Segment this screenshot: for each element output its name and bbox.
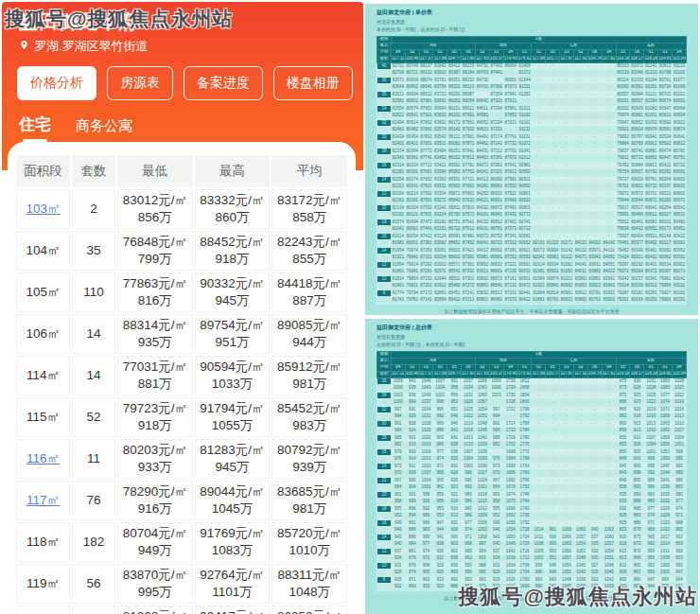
grid-data-row: 7922869959920888950979922162216969909411… — [377, 584, 687, 591]
avg-price-cell: 80792元/㎡939万 — [271, 439, 347, 479]
price-cell: 977 — [419, 541, 433, 549]
price-cell: - — [560, 513, 574, 520]
tab-price-analysis[interactable]: 价格分析 — [17, 66, 96, 100]
price-cell: 935 — [433, 548, 447, 555]
price-cell: - — [574, 148, 588, 155]
price-cell: - — [546, 233, 560, 240]
price-cell: 80211 — [673, 283, 687, 290]
price-cell: 1077 — [658, 392, 673, 399]
price-cell: - — [602, 133, 616, 141]
table-row: 104㎡3576848元/㎡799万88452元/㎡918万82243元/㎡85… — [16, 231, 347, 271]
price-cell: 83801 — [476, 297, 490, 305]
price-cell: 953 — [546, 548, 560, 555]
price-cell: 959 — [462, 562, 476, 570]
price-cell: 1712 — [517, 555, 532, 563]
subtab-commercial-apartment[interactable]: 商务公寓 — [76, 117, 132, 143]
price-cell: 80451 — [673, 226, 687, 234]
price-cell: 858 — [616, 428, 630, 435]
price-cell: 82194 — [391, 190, 405, 198]
price-cell: - — [532, 484, 546, 492]
price-cell: 82854 — [433, 297, 447, 305]
price-cell: 87652 — [419, 176, 433, 184]
price-cell: 1019 — [673, 399, 687, 407]
price-cell: - — [560, 62, 574, 70]
price-cell: 1042 — [476, 434, 490, 442]
price-cell: 80937 — [630, 98, 644, 106]
price-cell: 87481 — [462, 233, 476, 240]
price-cell: 82671 — [391, 77, 405, 84]
price-cell: 1030 — [476, 463, 490, 470]
price-cell: - — [602, 226, 616, 234]
price-cell: 86481 — [489, 297, 503, 305]
price-cell: 86322 — [447, 84, 462, 92]
price-cell: 965 — [419, 570, 433, 577]
price-cell: 898 — [447, 555, 462, 563]
price-cell: - — [560, 162, 574, 169]
price-cell: 80007 — [658, 269, 673, 276]
price-cell: 893 — [447, 570, 462, 577]
price-cell: 974 — [462, 527, 476, 535]
price-cell: - — [602, 176, 616, 184]
price-cell: 81019 — [630, 77, 644, 84]
price-cell: 1060 — [602, 534, 616, 541]
price-cell: 91372 — [517, 70, 532, 78]
tab-listing-table[interactable]: 房源表 — [107, 66, 173, 100]
price-cell: 80881 — [644, 148, 658, 155]
grid-header-cell: 117.87 — [560, 371, 574, 377]
price-cell: 953 — [447, 399, 462, 407]
price-cell: 79782 — [616, 162, 630, 169]
price-cell: 965 — [673, 527, 687, 535]
price-cell: 91311 — [517, 84, 532, 92]
price-cell: 1020 — [658, 527, 673, 535]
grid-header-cell: 03 — [658, 364, 673, 371]
price-cell: 80302 — [673, 261, 687, 269]
grid-data-row: 2482254802748765283362859318772184312869… — [377, 176, 687, 184]
price-cell: 998 — [433, 399, 447, 407]
grid-data-row: 1481954799748735283061856318742184012866… — [377, 247, 687, 254]
price-cell: 1035 — [658, 491, 673, 499]
price-cell: - — [602, 155, 616, 163]
price-cell: 951 — [546, 555, 560, 563]
price-cell: 85962 — [447, 169, 462, 177]
price-cell: - — [546, 377, 560, 385]
price-cell: 1812 — [517, 377, 532, 385]
price-cell: - — [546, 420, 560, 428]
area-link[interactable]: 117㎡ — [26, 493, 60, 507]
price-cell: 843 — [616, 470, 630, 478]
area-label: 104㎡ — [26, 243, 60, 257]
price-cell: 84341 — [476, 169, 490, 177]
price-cell: 80349 — [630, 247, 644, 254]
grid-header-cell: 楼栋 — [377, 351, 392, 358]
price-cell: 80909 — [630, 105, 644, 113]
tab-filing-progress[interactable]: 备案进度 — [184, 66, 263, 100]
price-cell: 936 — [405, 392, 419, 399]
area-link[interactable]: 116㎡ — [26, 451, 60, 465]
price-cell: 90532 — [517, 269, 532, 276]
price-cell: - — [602, 470, 616, 478]
price-cell: 1016 — [462, 428, 476, 435]
tab-bar: 价格分析 房源表 备案进度 楼盘相册 — [17, 66, 353, 100]
area-link[interactable]: 103㎡ — [26, 202, 60, 216]
location-row[interactable]: 罗湖.罗湖区翠竹街道 — [19, 38, 149, 55]
subtab-residential[interactable]: 住宅 — [19, 114, 51, 143]
price-cell: 83982 — [574, 275, 588, 283]
price-cell: 930 — [630, 377, 644, 385]
price-cell: 84022 — [602, 269, 616, 276]
price-cell: 82074 — [391, 219, 405, 226]
price-cell: - — [532, 477, 546, 484]
grid-header-cell: 06 — [462, 49, 476, 56]
price-cell: - — [503, 413, 517, 421]
price-cell: 85571 — [447, 261, 462, 269]
price-cell: 84281 — [476, 184, 490, 191]
price-cell: 1019 — [462, 420, 476, 428]
price-cell: 989 — [644, 477, 658, 484]
price-cell: 80641 — [644, 204, 658, 212]
grid-data-row: 3382521805418792183632862028799184581-87… — [377, 113, 687, 120]
price-cell: 79837 — [616, 148, 630, 155]
floor-cell: 31 — [377, 413, 392, 421]
price-cell: 1039 — [574, 576, 588, 584]
price-cell: 985 — [391, 434, 405, 442]
price-cell: - — [587, 184, 602, 191]
price-cell: 86171 — [447, 119, 462, 127]
tab-photo-album[interactable]: 楼盘相册 — [273, 66, 353, 100]
